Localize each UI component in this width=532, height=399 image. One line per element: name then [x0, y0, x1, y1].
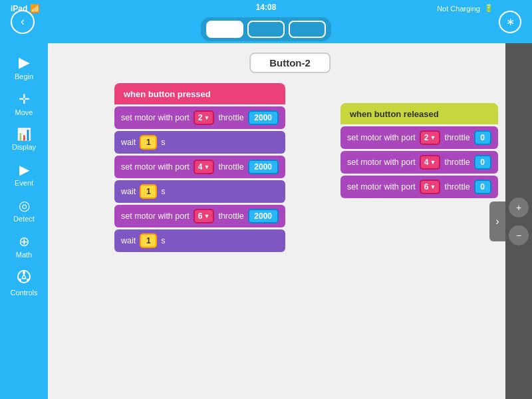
- sidebar-item-begin[interactable]: ▶ Begin: [1, 50, 47, 84]
- port-dropdown-2[interactable]: 4 ▼: [194, 160, 215, 174]
- tab-3[interactable]: [289, 21, 326, 38]
- top-bar: iPad 📶 Not Charging 🔋 ‹ 14:08 ∗: [0, 0, 532, 43]
- canvas-title: Button-2: [249, 53, 331, 73]
- sidebar-item-display[interactable]: 📊 Display: [1, 123, 47, 155]
- motor-block-3[interactable]: set motor with port 6 ▼ throttle 2000: [114, 205, 285, 227]
- motor-block-r2[interactable]: set motor with port 4 ▼ throttle 0: [340, 151, 498, 174]
- sidebar-label-detect: Detect: [13, 215, 35, 223]
- throttle-value-r1[interactable]: 0: [474, 130, 491, 145]
- left-block-group: when button pressed set motor with port …: [114, 83, 285, 252]
- controls-icon: [17, 269, 31, 287]
- sidebar-label-controls: Controls: [11, 289, 38, 297]
- scroll-up-button[interactable]: +: [509, 198, 529, 217]
- tab-2[interactable]: [247, 21, 285, 38]
- battery-icon: 🔋: [484, 4, 493, 13]
- port-dropdown-r1[interactable]: 2 ▼: [420, 130, 441, 145]
- sidebar-label-move: Move: [15, 108, 33, 116]
- begin-icon: ▶: [19, 54, 30, 71]
- wait-value-2[interactable]: 1: [140, 184, 157, 199]
- port-dropdown-r3[interactable]: 6 ▼: [420, 180, 441, 194]
- sidebar-item-controls[interactable]: Controls: [1, 265, 47, 301]
- chevron-right-button[interactable]: ›: [489, 201, 505, 241]
- dropdown-arrow-r1: ▼: [430, 134, 436, 141]
- wait-value-3[interactable]: 1: [140, 233, 157, 248]
- port-dropdown-1[interactable]: 2 ▼: [194, 110, 215, 125]
- battery-label: Not Charging: [437, 5, 480, 13]
- wait-value-1[interactable]: 1: [140, 135, 157, 150]
- throttle-value-2[interactable]: 2000: [248, 160, 279, 174]
- sidebar-item-detect[interactable]: ◎ Detect: [1, 194, 47, 227]
- top-bar-right: ∗: [499, 11, 521, 33]
- tab-group-wrapper: [201, 17, 331, 41]
- motor-block-2[interactable]: set motor with port 4 ▼ throttle 2000: [114, 156, 285, 178]
- sidebar-item-event[interactable]: ▶ Event: [1, 158, 47, 191]
- detect-icon: ◎: [19, 198, 30, 213]
- wait-block-2[interactable]: wait 1 s: [114, 180, 285, 203]
- motor-block-r1[interactable]: set motor with port 2 ▼ throttle 0: [340, 126, 498, 149]
- dropdown-arrow-r2: ▼: [430, 159, 436, 166]
- tab-1[interactable]: [206, 21, 243, 38]
- sidebar-label-begin: Begin: [15, 72, 33, 80]
- sidebar-label-event: Event: [15, 179, 33, 187]
- dropdown-arrow-2: ▼: [204, 164, 210, 170]
- svg-line-4: [22, 274, 24, 279]
- event-block-pressed[interactable]: when button pressed: [114, 83, 285, 104]
- math-icon: ⊕: [19, 233, 30, 249]
- display-icon: 📊: [17, 127, 31, 142]
- sidebar-item-move[interactable]: ✛ Move: [1, 87, 47, 120]
- bluetooth-button[interactable]: ∗: [499, 11, 521, 33]
- motor-block-1[interactable]: set motor with port 2 ▼ throttle 2000: [114, 106, 285, 129]
- throttle-value-r2[interactable]: 0: [474, 155, 491, 170]
- event-block-released[interactable]: when button released: [340, 103, 498, 124]
- sidebar: ▶ Begin ✛ Move 📊 Display ▶ Event ◎ Detec…: [0, 43, 48, 399]
- status-right: Not Charging 🔋: [437, 4, 493, 13]
- scroll-panel: + −: [505, 43, 532, 399]
- right-block-group: when button released set motor with port…: [340, 103, 498, 198]
- throttle-value-r3[interactable]: 0: [474, 180, 491, 194]
- sidebar-item-math[interactable]: ⊕ Math: [1, 229, 47, 263]
- wait-block-3[interactable]: wait 1 s: [114, 229, 285, 252]
- throttle-value-1[interactable]: 2000: [248, 110, 279, 125]
- sidebar-label-display: Display: [12, 143, 36, 151]
- sidebar-label-math: Math: [16, 251, 32, 259]
- main-layout: ▶ Begin ✛ Move 📊 Display ▶ Event ◎ Detec…: [0, 43, 532, 399]
- motor-block-r3[interactable]: set motor with port 6 ▼ throttle 0: [340, 176, 498, 198]
- svg-point-1: [23, 271, 25, 274]
- time-display: 14:08: [256, 3, 277, 12]
- event-icon: ▶: [19, 162, 29, 178]
- svg-line-5: [24, 274, 26, 279]
- wait-block-1[interactable]: wait 1 s: [114, 131, 285, 154]
- carrier-label: iPad 📶: [11, 4, 40, 13]
- dropdown-arrow: ▼: [204, 114, 210, 121]
- port-dropdown-3[interactable]: 6 ▼: [194, 209, 215, 223]
- tab-group: [201, 17, 331, 41]
- port-dropdown-r2[interactable]: 4 ▼: [420, 155, 441, 170]
- dropdown-arrow-3: ▼: [204, 213, 210, 219]
- canvas-area: Button-2 when button pressed set motor w…: [48, 43, 532, 399]
- throttle-value-3[interactable]: 2000: [248, 209, 279, 223]
- dropdown-arrow-r3: ▼: [430, 184, 436, 190]
- svg-point-2: [19, 279, 21, 281]
- svg-point-3: [27, 279, 29, 281]
- move-icon: ✛: [19, 91, 30, 107]
- scroll-down-button[interactable]: −: [509, 225, 529, 245]
